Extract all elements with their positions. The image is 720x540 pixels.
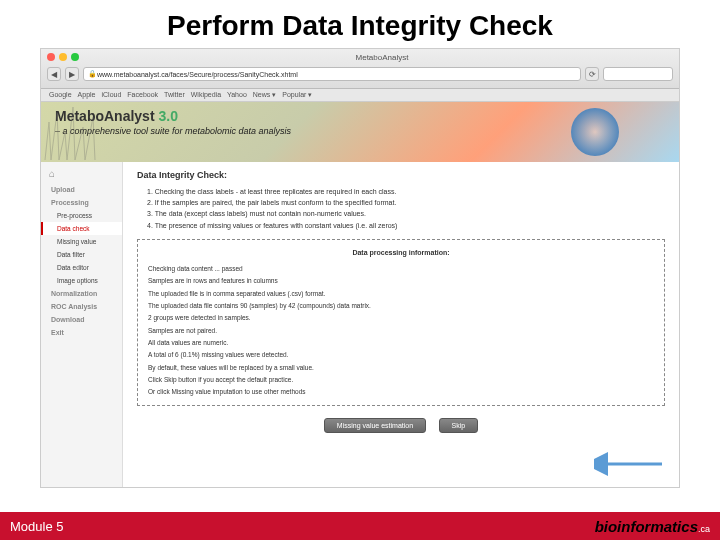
bookmark-item[interactable]: iCloud: [101, 91, 121, 99]
url-bar[interactable]: 🔒 www.metaboanalyst.ca/faces/Secure/proc…: [83, 67, 581, 81]
url-text: www.metaboanalyst.ca/faces/Secure/proces…: [97, 71, 298, 78]
browser-tab-title: MetaboAnalyst: [41, 49, 679, 62]
logo-version: 3.0: [158, 108, 177, 124]
forward-button[interactable]: ▶: [65, 67, 79, 81]
check-list: 1. Checking the class labels - at least …: [137, 186, 665, 231]
sidebar-item-exit[interactable]: Exit: [41, 326, 122, 339]
app-body: ⌂ Upload Processing Pre-process Data che…: [41, 162, 679, 488]
sidebar-item-data-filter[interactable]: Data filter: [41, 248, 122, 261]
page-heading: Data Integrity Check:: [137, 170, 665, 180]
browser-window: MetaboAnalyst ◀ ▶ 🔒 www.metaboanalyst.ca…: [40, 48, 680, 488]
footer-module: Module 5: [10, 519, 63, 534]
logo-badge-icon: [571, 108, 619, 156]
decorative-peaks-icon: [43, 102, 103, 162]
info-line: Click Skip button if you accept the defa…: [148, 374, 654, 386]
info-line: The uploaded file is in comma separated …: [148, 288, 654, 300]
bookmark-item[interactable]: Popular ▾: [282, 91, 312, 99]
info-box: Data processing information: Checking da…: [137, 239, 665, 406]
sidebar-item-upload[interactable]: Upload: [41, 183, 122, 196]
sidebar-item-preprocess[interactable]: Pre-process: [41, 209, 122, 222]
check-item: 2. If the samples are paired, the pair l…: [147, 197, 665, 208]
search-input[interactable]: [603, 67, 673, 81]
sidebar-item-data-check[interactable]: Data check: [41, 222, 122, 235]
bookmark-item[interactable]: Wikipedia: [191, 91, 221, 99]
info-box-header: Data processing information:: [148, 246, 654, 259]
main-content: Data Integrity Check: 1. Checking the cl…: [123, 162, 679, 488]
bookmark-item[interactable]: Google: [49, 91, 72, 99]
check-item: 3. The data (except class labels) must n…: [147, 208, 665, 219]
sidebar-item-download[interactable]: Download: [41, 313, 122, 326]
sidebar: ⌂ Upload Processing Pre-process Data che…: [41, 162, 123, 488]
check-item: 4. The presence of missing values or fea…: [147, 220, 665, 231]
info-line: The uploaded data file contains 90 (samp…: [148, 300, 654, 312]
button-row: Missing value estimation Skip: [137, 414, 665, 433]
bookmark-item[interactable]: News ▾: [253, 91, 276, 99]
reload-button[interactable]: ⟳: [585, 67, 599, 81]
annotation-arrow-icon: [594, 450, 664, 482]
info-line: 2 groups were detected in samples.: [148, 312, 654, 324]
info-line: By default, these values will be replace…: [148, 362, 654, 374]
sidebar-item-image-options[interactable]: Image options: [41, 274, 122, 287]
minimize-icon[interactable]: [59, 53, 67, 61]
slide-footer: Module 5 bioinformatics.ca: [0, 512, 720, 540]
info-line: Or click Missing value imputation to use…: [148, 386, 654, 398]
back-button[interactable]: ◀: [47, 67, 61, 81]
bookmark-item[interactable]: Twitter: [164, 91, 185, 99]
missing-value-button[interactable]: Missing value estimation: [324, 418, 426, 433]
close-icon[interactable]: [47, 53, 55, 61]
info-line: All data values are numeric.: [148, 337, 654, 349]
info-line: A total of 6 (0.1%) missing values were …: [148, 349, 654, 361]
footer-brand: bioinformatics.ca: [595, 518, 710, 535]
home-icon[interactable]: ⌂: [41, 166, 122, 183]
sidebar-item-missing-value[interactable]: Missing value: [41, 235, 122, 248]
skip-button[interactable]: Skip: [439, 418, 479, 433]
zoom-icon[interactable]: [71, 53, 79, 61]
footer-tld: .ca: [698, 524, 710, 534]
sidebar-item-roc[interactable]: ROC Analysis: [41, 300, 122, 313]
footer-brand-text: bioinformatics: [595, 518, 698, 535]
slide-title: Perform Data Integrity Check: [0, 0, 720, 48]
app-header-banner: MetaboAnalyst 3.0 – a comprehensive tool…: [41, 102, 679, 162]
sidebar-item-data-editor[interactable]: Data editor: [41, 261, 122, 274]
check-item: 1. Checking the class labels - at least …: [147, 186, 665, 197]
window-controls: [41, 49, 85, 65]
info-line: Samples are not paired.: [148, 325, 654, 337]
nav-toolbar: ◀ ▶ 🔒 www.metaboanalyst.ca/faces/Secure/…: [41, 65, 679, 83]
browser-chrome: MetaboAnalyst ◀ ▶ 🔒 www.metaboanalyst.ca…: [41, 49, 679, 89]
bookmarks-bar: Google Apple iCloud Facebook Twitter Wik…: [41, 89, 679, 102]
info-line: Samples are in rows and features in colu…: [148, 275, 654, 287]
sidebar-item-processing[interactable]: Processing: [41, 196, 122, 209]
bookmark-item[interactable]: Facebook: [127, 91, 158, 99]
sidebar-item-normalization[interactable]: Normalization: [41, 287, 122, 300]
info-line: Checking data content ... passed: [148, 263, 654, 275]
bookmark-item[interactable]: Yahoo: [227, 91, 247, 99]
bookmark-item[interactable]: Apple: [78, 91, 96, 99]
